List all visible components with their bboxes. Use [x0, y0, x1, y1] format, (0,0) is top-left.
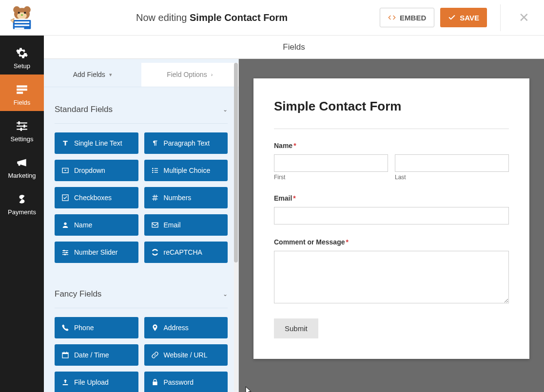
fields-palette: Add Fields ▾ Field Options › Standard Fi…	[44, 59, 239, 392]
field-file-upload[interactable]: File Upload	[55, 372, 138, 392]
chevron-down-icon: ▾	[109, 72, 112, 78]
svg-point-4	[18, 12, 20, 14]
editing-prefix: Now editing	[136, 12, 187, 23]
svg-point-5	[24, 12, 26, 14]
field-number-slider[interactable]: Number Slider	[55, 242, 138, 263]
sub-toolbar: Fields	[44, 36, 544, 59]
svg-point-23	[152, 169, 154, 171]
lock-icon	[151, 378, 159, 386]
left-nav: Setup Fields Settings Marketing Payments	[0, 36, 44, 392]
checkbox-icon	[61, 194, 69, 202]
preview-field-name[interactable]: Name* First Last	[274, 142, 509, 181]
tab-add-fields[interactable]: Add Fields ▾	[44, 63, 141, 87]
field-paragraph-text[interactable]: Paragraph Text	[144, 132, 228, 154]
palette-tabs: Add Fields ▾ Field Options ›	[44, 63, 238, 87]
field-address[interactable]: Address	[144, 317, 228, 338]
chevron-down-icon: ⌄	[223, 291, 228, 298]
field-checkboxes[interactable]: Checkboxes	[55, 187, 138, 208]
recaptcha-icon	[151, 248, 159, 256]
phone-icon	[61, 324, 69, 332]
comment-textarea[interactable]	[274, 251, 509, 303]
page-title: Now editing Simple Contact Form	[44, 12, 380, 23]
tab-field-options[interactable]: Field Options ›	[141, 63, 239, 87]
palette-scrollbar[interactable]	[233, 63, 238, 392]
svg-point-28	[64, 222, 66, 224]
nav-fields[interactable]: Fields	[0, 75, 44, 111]
field-phone[interactable]: Phone	[55, 317, 138, 338]
preview-field-email[interactable]: Email*	[274, 194, 509, 224]
user-icon	[61, 221, 69, 229]
svg-rect-26	[154, 172, 157, 172]
field-website-url[interactable]: Website / URL	[144, 344, 228, 366]
field-name[interactable]: Name	[55, 214, 138, 236]
svg-rect-15	[17, 126, 27, 127]
save-button[interactable]: SAVE	[440, 8, 487, 27]
svg-rect-40	[153, 381, 157, 385]
preview-form-title: Simple Contact Form	[274, 99, 509, 129]
svg-rect-37	[62, 353, 68, 354]
calendar-icon	[61, 351, 69, 359]
dropdown-icon	[61, 167, 69, 174]
paragraph-icon	[151, 139, 159, 147]
fancy-fields-grid: Phone Address Date / Time Website / URL …	[55, 308, 228, 392]
dollar-icon	[16, 193, 28, 205]
field-multiple-choice[interactable]: Multiple Choice	[144, 160, 228, 181]
map-pin-icon	[151, 324, 159, 332]
last-name-input[interactable]	[395, 154, 509, 172]
field-password[interactable]: Password	[144, 372, 228, 392]
first-name-input[interactable]	[274, 154, 388, 172]
nav-setup-label: Setup	[14, 62, 30, 70]
check-icon	[448, 14, 456, 21]
link-icon	[151, 351, 159, 359]
upload-icon	[61, 378, 69, 386]
nav-setup[interactable]: Setup	[0, 36, 44, 75]
svg-rect-8	[15, 21, 29, 23]
section-fancy-fields[interactable]: Fancy Fields ⌄	[55, 280, 228, 308]
close-button[interactable]: ✕	[514, 10, 534, 25]
svg-point-31	[63, 250, 65, 251]
list-icon	[151, 167, 159, 174]
palette-body: Standard Fields ⌄ Single Line Text Parag…	[44, 87, 238, 392]
slider-icon	[61, 248, 69, 256]
svg-rect-12	[17, 89, 27, 91]
first-sublabel: First	[274, 174, 388, 181]
svg-point-6	[21, 14, 23, 16]
app-logo	[0, 0, 44, 36]
svg-rect-11	[17, 85, 27, 87]
nav-settings[interactable]: Settings	[0, 111, 44, 148]
field-numbers[interactable]: Numbers	[144, 187, 228, 208]
nav-marketing[interactable]: Marketing	[0, 148, 44, 184]
field-single-line-text[interactable]: Single Line Text	[55, 132, 138, 154]
svg-rect-22	[154, 168, 157, 168]
email-input[interactable]	[274, 207, 509, 224]
embed-icon	[388, 14, 396, 21]
sliders-icon	[16, 120, 28, 132]
nav-settings-label: Settings	[11, 135, 34, 143]
standard-fields-grid: Single Line Text Paragraph Text Dropdown…	[55, 124, 228, 268]
form-icon	[16, 83, 28, 96]
editor: Add Fields ▾ Field Options › Standard Fi…	[44, 59, 544, 392]
chevron-right-icon: ›	[211, 72, 213, 77]
preview-field-comment[interactable]: Comment or Message*	[274, 238, 509, 305]
top-bar: Now editing Simple Contact Form EMBED SA…	[0, 0, 544, 36]
form-preview[interactable]: Simple Contact Form Name* First Last Ema…	[253, 78, 529, 359]
section-standard-fields[interactable]: Standard Fields ⌄	[55, 96, 228, 124]
hash-icon	[151, 194, 159, 202]
svg-rect-39	[66, 352, 67, 353]
svg-rect-17	[18, 121, 19, 125]
svg-rect-10	[15, 28, 24, 29]
bullhorn-icon	[16, 156, 28, 169]
gear-icon	[16, 47, 28, 59]
last-sublabel: Last	[395, 174, 509, 181]
sub-toolbar-title: Fields	[283, 42, 305, 52]
text-icon	[61, 139, 69, 147]
field-recaptcha[interactable]: reCAPTCHA	[144, 242, 228, 263]
nav-payments[interactable]: Payments	[0, 184, 44, 221]
embed-button[interactable]: EMBED	[380, 8, 434, 27]
field-date-time[interactable]: Date / Time	[55, 344, 138, 366]
svg-rect-24	[154, 170, 157, 170]
field-dropdown[interactable]: Dropdown	[55, 160, 138, 181]
submit-button[interactable]: Submit	[274, 318, 318, 338]
field-email[interactable]: Email	[144, 214, 228, 236]
svg-point-35	[64, 254, 66, 255]
